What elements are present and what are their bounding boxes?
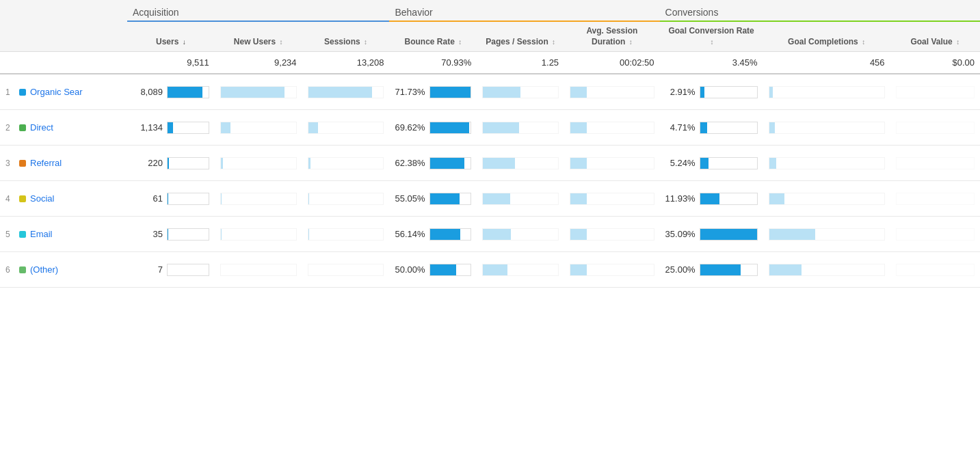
col-header-newusers[interactable]: New Users ↕ <box>215 21 302 52</box>
bounce-bar-fill <box>430 264 457 275</box>
table-row: 3 Referral 220 62.38% <box>0 146 980 181</box>
gcr-bar-container <box>700 264 758 276</box>
table-row: 5 Email 35 56.14% <box>0 217 980 252</box>
pages-bar-cell <box>477 217 564 252</box>
sessions-bar-cell <box>302 181 390 217</box>
gv-cell <box>890 217 980 252</box>
bounce-bar-container <box>429 86 472 98</box>
pages-bar-container <box>482 157 559 169</box>
bounce-bar-container <box>429 193 472 205</box>
channel-link[interactable]: Direct <box>30 122 53 133</box>
sessions-bar-container <box>308 157 384 169</box>
table-row: 2 Direct 1,134 69.62% <box>0 110 980 146</box>
col-header-name <box>0 21 127 52</box>
sessions-bar-container <box>308 122 384 134</box>
avg-session-cell <box>564 146 659 181</box>
gcr-bar-container <box>700 86 758 98</box>
avg-session-cell <box>564 110 659 146</box>
newusers-bar-container <box>220 157 297 169</box>
bounce-bar-container <box>429 122 472 134</box>
gc-bar-cell <box>763 146 890 181</box>
gv-bar-container <box>896 193 975 205</box>
col-header-gcr[interactable]: Goal Conversion Rate ↕ <box>660 21 763 52</box>
sessions-bar-fill <box>308 193 309 204</box>
users-bar-container <box>167 193 209 205</box>
gcr-bar-fill <box>700 87 705 98</box>
users-bar-cell: 1,134 <box>127 110 215 146</box>
bounce-bar-cell: 56.14% <box>389 217 477 252</box>
channel-name-cell: 5 Email <box>0 217 127 252</box>
channel-link[interactable]: Organic Sear <box>30 87 83 97</box>
pages-bar-container <box>482 86 559 98</box>
gv-bar-container <box>896 86 975 98</box>
pages-bar-container <box>482 264 559 276</box>
users-bar-fill <box>168 158 169 169</box>
gcr-bar-container <box>700 157 758 169</box>
bounce-bar-fill <box>430 193 460 204</box>
gc-bar-fill <box>769 193 785 204</box>
gc-bar-fill <box>769 264 802 275</box>
avg-bar-fill <box>570 264 587 275</box>
bounce-value: 50.00% <box>395 264 425 275</box>
col-header-gc[interactable]: Goal Completions ↕ <box>763 21 890 52</box>
users-bar-container <box>167 228 209 241</box>
sessions-bar-cell <box>302 252 390 288</box>
gc-bar-container <box>769 264 885 276</box>
avg-bar-container <box>570 157 654 169</box>
col-header-sessions[interactable]: Sessions ↕ <box>302 21 390 52</box>
bounce-bar-fill <box>430 229 461 240</box>
channel-link[interactable]: (Other) <box>30 264 58 275</box>
gc-bar-container <box>769 228 885 241</box>
col-header-gv[interactable]: Goal Value ↕ <box>890 21 980 52</box>
pages-bar-cell <box>477 146 564 181</box>
gc-bar-container <box>769 86 885 98</box>
newusers-bar-container <box>220 193 297 205</box>
col-header-bounce[interactable]: Bounce Rate ↕ <box>389 21 477 52</box>
gcr-bar-fill <box>700 122 708 133</box>
newusers-bar-cell <box>215 146 302 181</box>
avg-bar-fill <box>570 229 587 240</box>
gc-bar-fill <box>769 87 773 98</box>
gv-bar-container <box>896 264 975 276</box>
gc-bar-fill <box>769 158 776 169</box>
col-header-users[interactable]: Users ↓ <box>127 21 215 52</box>
sort-icon-gcr: ↕ <box>711 38 714 46</box>
avg-bar-fill <box>570 122 587 133</box>
channel-link[interactable]: Email <box>30 229 53 239</box>
channel-link[interactable]: Social <box>30 193 54 204</box>
users-value: 7 <box>133 264 163 275</box>
users-bar-cell: 220 <box>127 146 215 181</box>
sort-icon-gv: ↕ <box>956 38 959 46</box>
sort-icon-avg: ↕ <box>629 38 633 46</box>
users-bar-cell: 35 <box>127 217 215 252</box>
gc-bar-cell <box>763 181 890 217</box>
gv-cell <box>890 146 980 181</box>
gcr-value: 5.24% <box>665 158 696 168</box>
gcr-bar-container <box>700 122 758 134</box>
gv-cell <box>890 110 980 146</box>
newusers-bar-container <box>220 122 297 134</box>
bounce-bar-container <box>429 228 472 241</box>
bounce-bar-fill <box>430 122 469 133</box>
bounce-bar-fill <box>430 158 465 169</box>
newusers-bar-container <box>220 86 297 98</box>
col-header-pages[interactable]: Pages / Session ↕ <box>477 21 564 52</box>
users-bar-container <box>167 122 209 134</box>
gcr-bar-cell: 5.24% <box>660 146 763 181</box>
channel-link[interactable]: Referral <box>30 158 62 168</box>
gv-bar-container <box>896 157 975 169</box>
sort-icon-gc: ↕ <box>862 38 865 46</box>
gc-bar-fill <box>769 122 776 133</box>
sessions-bar-container <box>308 193 384 205</box>
newusers-bar-cell <box>215 252 302 288</box>
bounce-bar-cell: 69.62% <box>389 110 477 146</box>
gc-bar-cell <box>763 217 890 252</box>
col-header-avg[interactable]: Avg. Session Duration ↕ <box>564 21 659 52</box>
total-bounce: 70.93% <box>389 52 477 74</box>
table-row: 4 Social 61 55.05% <box>0 181 980 217</box>
section-header-row: Acquisition Behavior Conversions <box>0 0 980 21</box>
gv-cell <box>890 181 980 217</box>
sessions-bar-fill <box>308 158 310 169</box>
avg-bar-container <box>570 264 654 276</box>
gcr-bar-cell: 11.93% <box>660 181 763 217</box>
